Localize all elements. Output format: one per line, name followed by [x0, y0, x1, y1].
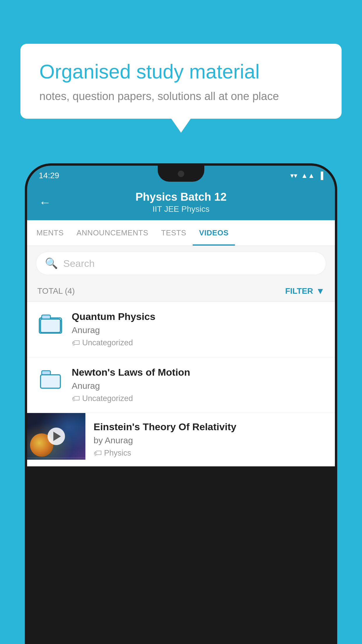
app-header: ← Physics Batch 12 IIT JEE Physics — [27, 186, 335, 220]
tag-text: Uncategorized — [82, 394, 133, 403]
item-tag: 🏷 Uncategorized — [72, 394, 325, 403]
svg-rect-2 — [41, 319, 60, 332]
tag-icon: 🏷 — [72, 338, 80, 348]
tabs-bar: MENTS ANNOUNCEMENTS TESTS VIDEOS — [27, 220, 335, 246]
filter-button[interactable]: FILTER ▼ — [285, 286, 325, 296]
tag-icon: 🏷 — [72, 394, 80, 403]
status-bar: 14:29 ▾▾ ▲▲ ▐ — [27, 166, 335, 186]
tab-announcements[interactable]: ANNOUNCEMENTS — [70, 220, 155, 246]
phone-frame: 14:29 ▾▾ ▲▲ ▐ ← Physics Batch 12 IIT JEE… — [25, 163, 337, 644]
tag-icon: 🏷 — [94, 448, 102, 458]
tag-text: Physics — [104, 449, 131, 458]
speech-bubble-container: Organised study material notes, question… — [20, 44, 342, 119]
filter-bar: TOTAL (4) FILTER ▼ — [27, 281, 335, 302]
item-title: Quantum Physics — [72, 311, 325, 322]
search-placeholder: Search — [63, 258, 95, 269]
tab-tests[interactable]: TESTS — [155, 220, 193, 246]
folder-icon — [37, 367, 64, 393]
play-button[interactable] — [48, 428, 65, 445]
search-icon: 🔍 — [45, 257, 58, 270]
video-title: Einstein's Theory Of Relativity — [94, 421, 327, 433]
svg-rect-3 — [42, 371, 50, 375]
tab-videos[interactable]: VIDEOS — [193, 220, 235, 246]
signal-icon: ▲▲ — [301, 172, 315, 180]
video-thumbnail — [27, 413, 85, 460]
video-author: by Anurag — [94, 435, 327, 445]
item-details: Newton's Laws of Motion Anurag 🏷 Uncateg… — [72, 367, 325, 403]
list-item[interactable]: Quantum Physics Anurag 🏷 Uncategorized — [27, 302, 335, 357]
tag-text: Uncategorized — [82, 338, 133, 347]
bubble-subtitle: notes, question papers, solutions all at… — [39, 90, 323, 103]
list-item-video[interactable]: Einstein's Theory Of Relativity by Anura… — [27, 413, 335, 466]
wifi-icon: ▾▾ — [290, 172, 297, 180]
phone-inner: 14:29 ▾▾ ▲▲ ▐ ← Physics Batch 12 IIT JEE… — [27, 166, 335, 644]
svg-rect-4 — [41, 375, 60, 388]
status-time: 14:29 — [39, 171, 59, 180]
header-title-area: Physics Batch 12 IIT JEE Physics — [60, 191, 302, 214]
list-item[interactable]: Newton's Laws of Motion Anurag 🏷 Uncateg… — [27, 357, 335, 413]
total-count: TOTAL (4) — [37, 286, 75, 296]
notch — [158, 166, 204, 182]
item-tag: 🏷 Uncategorized — [72, 338, 325, 348]
item-author: Anurag — [72, 381, 325, 391]
camera-dot — [178, 171, 184, 177]
header-subtitle: IIT JEE Physics — [60, 204, 302, 214]
header-title: Physics Batch 12 — [60, 191, 302, 203]
speech-bubble: Organised study material notes, question… — [20, 44, 342, 119]
video-tag: 🏷 Physics — [94, 448, 327, 458]
folder-icon — [37, 311, 64, 337]
filter-funnel-icon: ▼ — [316, 286, 325, 296]
filter-label: FILTER — [285, 286, 313, 296]
item-details: Quantum Physics Anurag 🏷 Uncategorized — [72, 311, 325, 348]
search-bar[interactable]: 🔍 Search — [36, 252, 326, 275]
video-details: Einstein's Theory Of Relativity by Anura… — [85, 413, 335, 466]
bubble-title: Organised study material — [39, 60, 323, 84]
play-triangle-icon — [53, 432, 61, 441]
item-author: Anurag — [72, 325, 325, 335]
status-icons: ▾▾ ▲▲ ▐ — [290, 172, 323, 180]
back-button[interactable]: ← — [39, 195, 51, 209]
content-list: Quantum Physics Anurag 🏷 Uncategorized — [27, 302, 335, 466]
svg-rect-1 — [42, 315, 50, 319]
battery-icon: ▐ — [318, 172, 323, 180]
tab-ments[interactable]: MENTS — [30, 220, 70, 246]
item-title: Newton's Laws of Motion — [72, 367, 325, 378]
search-container: 🔍 Search — [27, 246, 335, 281]
